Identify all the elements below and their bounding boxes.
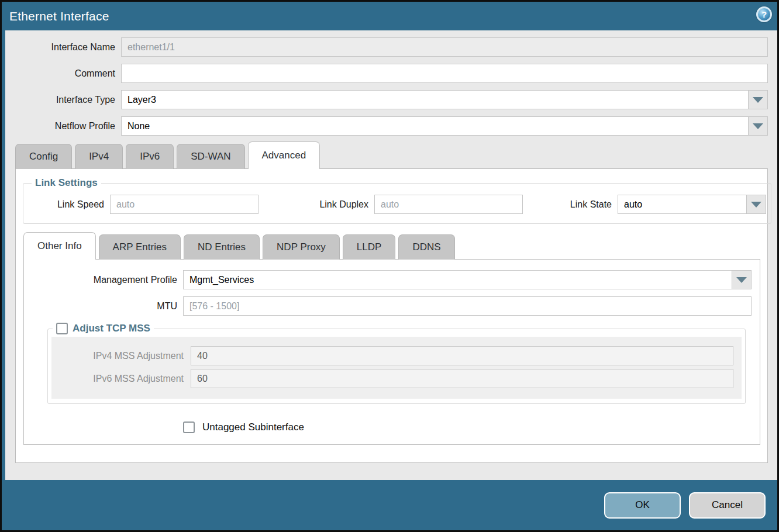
tab-ipv6[interactable]: IPv6	[126, 144, 174, 169]
other-info-panel: Management Profile MTU	[23, 259, 760, 445]
ipv4-mss-input	[191, 346, 733, 365]
tab-ndp-proxy[interactable]: NDP Proxy	[263, 234, 340, 260]
tab-ipv4[interactable]: IPv4	[75, 144, 123, 169]
tab-arp-entries[interactable]: ARP Entries	[99, 234, 181, 260]
link-duplex-input[interactable]	[374, 195, 523, 214]
management-profile-row: Management Profile	[32, 270, 752, 289]
ipv4-mss-row: IPv4 MSS Adjustment	[51, 346, 733, 365]
management-profile-label: Management Profile	[32, 275, 183, 285]
ipv4-mss-label: IPv4 MSS Adjustment	[51, 351, 191, 361]
ok-button[interactable]: OK	[604, 492, 681, 519]
mtu-row: MTU	[32, 296, 752, 316]
untagged-subinterface-checkbox[interactable]	[183, 422, 195, 433]
untagged-subinterface-row: Untagged Subinterface	[183, 422, 752, 433]
link-state-dropdown-button[interactable]	[747, 195, 766, 214]
comment-label: Comment	[5, 68, 121, 79]
interface-type-value[interactable]	[121, 90, 749, 109]
advanced-tab-panel: Link Settings Link Speed Link Duplex Lin…	[15, 168, 768, 463]
help-icon[interactable]: ?	[756, 6, 772, 22]
link-duplex-label: Link Duplex	[287, 199, 374, 210]
tab-ddns[interactable]: DDNS	[398, 234, 454, 260]
ipv6-mss-label: IPv6 MSS Adjustment	[51, 374, 191, 384]
adjust-tcp-mss-fieldset: Adjust TCP MSS IPv4 MSS Adjustment IPv6 …	[47, 323, 746, 404]
adjust-tcp-mss-legend: Adjust TCP MSS	[53, 323, 154, 334]
interface-type-dropdown-button[interactable]	[749, 90, 768, 109]
tab-sdwan[interactable]: SD-WAN	[177, 144, 244, 169]
comment-row: Comment	[5, 64, 768, 83]
tab-nd-entries[interactable]: ND Entries	[184, 234, 260, 260]
management-profile-dropdown[interactable]	[183, 270, 752, 289]
netflow-profile-row: Netflow Profile	[5, 116, 768, 136]
interface-name-label: Interface Name	[5, 42, 121, 53]
netflow-profile-dropdown[interactable]	[121, 116, 768, 136]
link-state-dropdown[interactable]	[618, 195, 766, 214]
interface-type-row: Interface Type	[5, 90, 768, 109]
untagged-subinterface-label: Untagged Subinterface	[202, 422, 304, 433]
ethernet-interface-dialog: Ethernet Interface ? Interface Name Comm…	[0, 0, 779, 532]
link-settings-row: Link Speed Link Duplex Link State	[28, 195, 766, 214]
link-state-label: Link State	[559, 199, 618, 210]
netflow-profile-dropdown-button[interactable]	[749, 116, 768, 136]
dialog-title-bar: Ethernet Interface ?	[2, 2, 777, 30]
mtu-input[interactable]	[183, 296, 752, 316]
interface-name-row: Interface Name	[5, 37, 768, 57]
mss-disabled-box: IPv4 MSS Adjustment IPv6 MSS Adjustment	[51, 337, 742, 399]
sub-tab-bar: Other Info ARP Entries ND Entries NDP Pr…	[23, 234, 760, 260]
link-settings-legend: Link Settings	[32, 177, 101, 189]
link-settings-fieldset: Link Settings Link Speed Link Duplex Lin…	[23, 177, 771, 224]
tab-other-info[interactable]: Other Info	[23, 232, 96, 260]
interface-type-dropdown[interactable]	[121, 90, 768, 109]
comment-input[interactable]	[121, 64, 768, 83]
dialog-body: Interface Name Comment Interface Type Ne…	[2, 30, 777, 480]
tab-lldp[interactable]: LLDP	[343, 234, 396, 260]
management-profile-dropdown-button[interactable]	[732, 270, 752, 289]
main-tab-bar: Config IPv4 IPv6 SD-WAN Advanced	[15, 144, 768, 169]
chevron-down-icon	[753, 97, 763, 103]
mtu-label: MTU	[32, 301, 183, 312]
ipv6-mss-input	[191, 369, 733, 388]
cancel-button[interactable]: Cancel	[689, 492, 766, 519]
dialog-footer: OK Cancel	[2, 480, 777, 530]
interface-type-label: Interface Type	[5, 95, 121, 105]
chevron-down-icon	[751, 202, 761, 208]
adjust-tcp-mss-label: Adjust TCP MSS	[73, 323, 150, 334]
chevron-down-icon	[753, 123, 763, 129]
netflow-profile-label: Netflow Profile	[5, 121, 121, 132]
netflow-profile-value[interactable]	[121, 116, 749, 136]
dialog-title: Ethernet Interface	[9, 9, 109, 23]
link-speed-input[interactable]	[110, 195, 258, 214]
ipv6-mss-row: IPv6 MSS Adjustment	[51, 369, 733, 388]
tab-advanced[interactable]: Advanced	[248, 141, 320, 169]
adjust-tcp-mss-checkbox[interactable]	[56, 323, 68, 334]
management-profile-value[interactable]	[183, 270, 732, 289]
tab-config[interactable]: Config	[15, 144, 72, 169]
chevron-down-icon	[736, 277, 747, 283]
link-speed-label: Link Speed	[28, 199, 110, 210]
interface-name-input	[121, 37, 768, 57]
link-state-value[interactable]	[618, 195, 747, 214]
